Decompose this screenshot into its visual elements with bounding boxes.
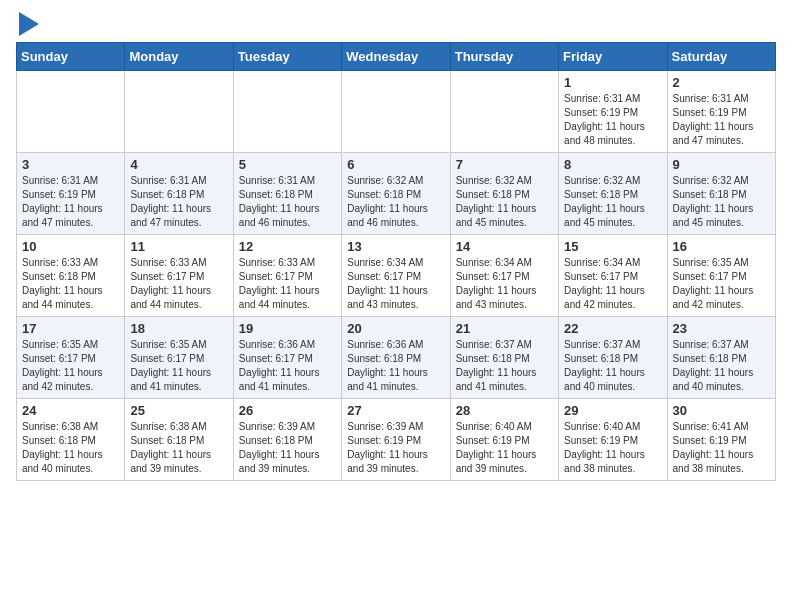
calendar-table: SundayMondayTuesdayWednesdayThursdayFrid… [16, 42, 776, 481]
calendar-day-cell [233, 71, 341, 153]
calendar-day-cell: 1Sunrise: 6:31 AM Sunset: 6:19 PM Daylig… [559, 71, 667, 153]
day-number: 9 [673, 157, 770, 172]
calendar-day-cell: 27Sunrise: 6:39 AM Sunset: 6:19 PM Dayli… [342, 399, 450, 481]
day-number: 7 [456, 157, 553, 172]
day-info: Sunrise: 6:34 AM Sunset: 6:17 PM Dayligh… [564, 256, 661, 312]
day-of-week-header: Friday [559, 43, 667, 71]
calendar-day-cell: 13Sunrise: 6:34 AM Sunset: 6:17 PM Dayli… [342, 235, 450, 317]
day-number: 13 [347, 239, 444, 254]
calendar-day-cell: 24Sunrise: 6:38 AM Sunset: 6:18 PM Dayli… [17, 399, 125, 481]
day-of-week-header: Thursday [450, 43, 558, 71]
day-info: Sunrise: 6:31 AM Sunset: 6:19 PM Dayligh… [564, 92, 661, 148]
calendar-day-cell: 18Sunrise: 6:35 AM Sunset: 6:17 PM Dayli… [125, 317, 233, 399]
calendar-day-cell [342, 71, 450, 153]
calendar-day-cell [125, 71, 233, 153]
day-number: 16 [673, 239, 770, 254]
day-info: Sunrise: 6:32 AM Sunset: 6:18 PM Dayligh… [347, 174, 444, 230]
calendar-day-cell: 14Sunrise: 6:34 AM Sunset: 6:17 PM Dayli… [450, 235, 558, 317]
calendar-day-cell: 5Sunrise: 6:31 AM Sunset: 6:18 PM Daylig… [233, 153, 341, 235]
calendar-day-cell: 25Sunrise: 6:38 AM Sunset: 6:18 PM Dayli… [125, 399, 233, 481]
day-number: 11 [130, 239, 227, 254]
logo-arrow-icon [19, 12, 39, 36]
day-number: 29 [564, 403, 661, 418]
day-number: 27 [347, 403, 444, 418]
calendar-day-cell: 9Sunrise: 6:32 AM Sunset: 6:18 PM Daylig… [667, 153, 775, 235]
day-info: Sunrise: 6:37 AM Sunset: 6:18 PM Dayligh… [673, 338, 770, 394]
calendar-day-cell: 4Sunrise: 6:31 AM Sunset: 6:18 PM Daylig… [125, 153, 233, 235]
calendar-day-cell: 29Sunrise: 6:40 AM Sunset: 6:19 PM Dayli… [559, 399, 667, 481]
day-info: Sunrise: 6:37 AM Sunset: 6:18 PM Dayligh… [456, 338, 553, 394]
day-number: 4 [130, 157, 227, 172]
day-number: 22 [564, 321, 661, 336]
day-number: 30 [673, 403, 770, 418]
day-info: Sunrise: 6:32 AM Sunset: 6:18 PM Dayligh… [456, 174, 553, 230]
logo [16, 16, 39, 34]
calendar-day-cell: 22Sunrise: 6:37 AM Sunset: 6:18 PM Dayli… [559, 317, 667, 399]
day-number: 1 [564, 75, 661, 90]
calendar-day-cell: 8Sunrise: 6:32 AM Sunset: 6:18 PM Daylig… [559, 153, 667, 235]
day-info: Sunrise: 6:34 AM Sunset: 6:17 PM Dayligh… [456, 256, 553, 312]
calendar-day-cell: 10Sunrise: 6:33 AM Sunset: 6:18 PM Dayli… [17, 235, 125, 317]
day-number: 6 [347, 157, 444, 172]
day-info: Sunrise: 6:35 AM Sunset: 6:17 PM Dayligh… [673, 256, 770, 312]
calendar-day-cell: 12Sunrise: 6:33 AM Sunset: 6:17 PM Dayli… [233, 235, 341, 317]
calendar-week-row: 24Sunrise: 6:38 AM Sunset: 6:18 PM Dayli… [17, 399, 776, 481]
calendar-week-row: 1Sunrise: 6:31 AM Sunset: 6:19 PM Daylig… [17, 71, 776, 153]
calendar-day-cell: 28Sunrise: 6:40 AM Sunset: 6:19 PM Dayli… [450, 399, 558, 481]
day-info: Sunrise: 6:33 AM Sunset: 6:17 PM Dayligh… [130, 256, 227, 312]
day-info: Sunrise: 6:34 AM Sunset: 6:17 PM Dayligh… [347, 256, 444, 312]
calendar-day-cell: 7Sunrise: 6:32 AM Sunset: 6:18 PM Daylig… [450, 153, 558, 235]
day-number: 24 [22, 403, 119, 418]
calendar-day-cell: 3Sunrise: 6:31 AM Sunset: 6:19 PM Daylig… [17, 153, 125, 235]
calendar-day-cell [450, 71, 558, 153]
calendar-day-cell: 21Sunrise: 6:37 AM Sunset: 6:18 PM Dayli… [450, 317, 558, 399]
calendar-day-cell: 19Sunrise: 6:36 AM Sunset: 6:17 PM Dayli… [233, 317, 341, 399]
day-of-week-header: Monday [125, 43, 233, 71]
calendar-day-cell: 16Sunrise: 6:35 AM Sunset: 6:17 PM Dayli… [667, 235, 775, 317]
day-info: Sunrise: 6:39 AM Sunset: 6:19 PM Dayligh… [347, 420, 444, 476]
day-info: Sunrise: 6:31 AM Sunset: 6:19 PM Dayligh… [673, 92, 770, 148]
day-number: 18 [130, 321, 227, 336]
calendar-day-cell: 23Sunrise: 6:37 AM Sunset: 6:18 PM Dayli… [667, 317, 775, 399]
day-info: Sunrise: 6:40 AM Sunset: 6:19 PM Dayligh… [564, 420, 661, 476]
calendar-header-row: SundayMondayTuesdayWednesdayThursdayFrid… [17, 43, 776, 71]
day-number: 28 [456, 403, 553, 418]
day-number: 23 [673, 321, 770, 336]
day-number: 17 [22, 321, 119, 336]
day-number: 25 [130, 403, 227, 418]
day-info: Sunrise: 6:31 AM Sunset: 6:18 PM Dayligh… [130, 174, 227, 230]
day-info: Sunrise: 6:33 AM Sunset: 6:17 PM Dayligh… [239, 256, 336, 312]
day-info: Sunrise: 6:31 AM Sunset: 6:18 PM Dayligh… [239, 174, 336, 230]
calendar-day-cell: 15Sunrise: 6:34 AM Sunset: 6:17 PM Dayli… [559, 235, 667, 317]
day-info: Sunrise: 6:35 AM Sunset: 6:17 PM Dayligh… [22, 338, 119, 394]
day-info: Sunrise: 6:38 AM Sunset: 6:18 PM Dayligh… [22, 420, 119, 476]
day-number: 12 [239, 239, 336, 254]
day-info: Sunrise: 6:32 AM Sunset: 6:18 PM Dayligh… [564, 174, 661, 230]
day-info: Sunrise: 6:40 AM Sunset: 6:19 PM Dayligh… [456, 420, 553, 476]
day-number: 26 [239, 403, 336, 418]
calendar-day-cell: 30Sunrise: 6:41 AM Sunset: 6:19 PM Dayli… [667, 399, 775, 481]
day-of-week-header: Wednesday [342, 43, 450, 71]
calendar-week-row: 10Sunrise: 6:33 AM Sunset: 6:18 PM Dayli… [17, 235, 776, 317]
day-number: 15 [564, 239, 661, 254]
day-number: 3 [22, 157, 119, 172]
day-number: 19 [239, 321, 336, 336]
calendar-week-row: 3Sunrise: 6:31 AM Sunset: 6:19 PM Daylig… [17, 153, 776, 235]
day-of-week-header: Tuesday [233, 43, 341, 71]
calendar-day-cell [17, 71, 125, 153]
day-number: 14 [456, 239, 553, 254]
day-info: Sunrise: 6:36 AM Sunset: 6:18 PM Dayligh… [347, 338, 444, 394]
day-info: Sunrise: 6:39 AM Sunset: 6:18 PM Dayligh… [239, 420, 336, 476]
day-number: 8 [564, 157, 661, 172]
day-number: 2 [673, 75, 770, 90]
page-header [16, 16, 776, 34]
day-of-week-header: Saturday [667, 43, 775, 71]
day-number: 5 [239, 157, 336, 172]
calendar-day-cell: 11Sunrise: 6:33 AM Sunset: 6:17 PM Dayli… [125, 235, 233, 317]
calendar-day-cell: 6Sunrise: 6:32 AM Sunset: 6:18 PM Daylig… [342, 153, 450, 235]
day-number: 21 [456, 321, 553, 336]
day-info: Sunrise: 6:35 AM Sunset: 6:17 PM Dayligh… [130, 338, 227, 394]
day-info: Sunrise: 6:37 AM Sunset: 6:18 PM Dayligh… [564, 338, 661, 394]
calendar-day-cell: 26Sunrise: 6:39 AM Sunset: 6:18 PM Dayli… [233, 399, 341, 481]
calendar-day-cell: 17Sunrise: 6:35 AM Sunset: 6:17 PM Dayli… [17, 317, 125, 399]
